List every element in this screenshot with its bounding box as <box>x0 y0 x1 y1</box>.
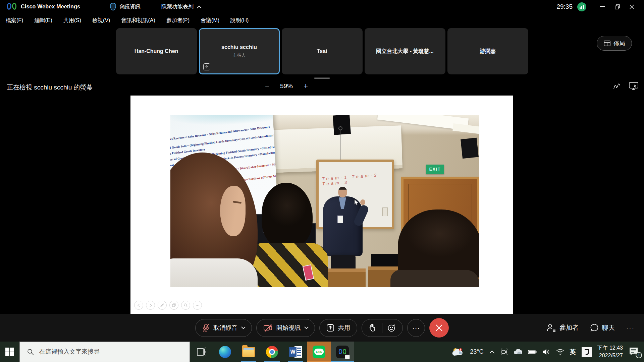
menu-file[interactable]: 檔案(F) <box>6 17 23 24</box>
menu-bar: 檔案(F) 編輯(E) 共用(S) 檢視(V) 音訊和視訊(A) 參加者(P) … <box>0 13 644 27</box>
hide-menubar-label: 隱藏功能表列 <box>161 3 194 10</box>
minimize-button[interactable] <box>595 0 610 13</box>
taskbar-chrome[interactable] <box>260 342 284 362</box>
taskbar-file-explorer[interactable] <box>237 342 260 362</box>
webex-icon <box>336 346 349 358</box>
viewing-screen-status: 正在檢視 scchiu scchiu 的螢幕 <box>7 83 93 92</box>
edge-icon <box>219 346 231 358</box>
speaker-icon[interactable] <box>542 349 550 355</box>
zoom-level[interactable]: 59% <box>280 82 293 90</box>
presenter-badge <box>337 216 343 223</box>
layout-button-label: 佈局 <box>613 40 625 47</box>
battery-icon[interactable] <box>528 350 537 354</box>
taskbar-webex-active[interactable] <box>331 342 354 362</box>
chevron-down-icon[interactable] <box>304 325 309 329</box>
share-screen-icon <box>326 324 334 332</box>
strip-drag-handle[interactable] <box>314 76 330 80</box>
participant-tile-presenter[interactable]: scchiu scchiu 主持人 <box>199 28 280 74</box>
app-title: Cisco Webex Meetings <box>21 4 80 10</box>
wifi-icon[interactable] <box>556 349 564 355</box>
onedrive-icon[interactable] <box>514 349 522 355</box>
chevron-down-icon[interactable] <box>241 325 246 329</box>
more-options-button[interactable]: ··· <box>407 319 425 337</box>
magnifier-button[interactable] <box>181 301 190 310</box>
taskbar-search[interactable] <box>19 342 190 362</box>
start-button[interactable] <box>0 342 19 362</box>
search-input[interactable] <box>39 348 173 355</box>
ime-mode-icon[interactable] <box>582 347 592 357</box>
task-view-icon <box>197 347 207 357</box>
participant-tile[interactable]: Han-Chung Chen <box>116 28 197 74</box>
zoom-in-button[interactable]: + <box>304 83 308 89</box>
temperature-label[interactable]: 23°C <box>470 348 483 355</box>
annotate-icon[interactable] <box>612 82 621 90</box>
raise-hand-button[interactable] <box>363 319 382 337</box>
participant-name: Han-Chung Chen <box>135 48 178 54</box>
presenter-hand <box>360 199 365 205</box>
zoom-out-button[interactable]: − <box>265 83 269 89</box>
camera-in-use-icon[interactable] <box>500 348 508 356</box>
participant-strip: Han-Chung Chen scchiu scchiu 主持人 Tsai 國立… <box>0 28 644 74</box>
reactions-button[interactable] <box>382 319 401 337</box>
webex-window: Cisco Webex Meetings 會議資訊 隱藏功能表列 29:35 <box>0 0 644 362</box>
connection-quality-icon[interactable] <box>577 2 586 11</box>
next-photo-button[interactable] <box>146 301 155 310</box>
whiteboard-handwriting: Team-1 Team-2 Team-3 <box>322 172 393 187</box>
layout-button[interactable]: 佈局 <box>597 36 632 51</box>
date-label: 2022/5/27 <box>597 352 623 359</box>
unmute-button[interactable]: 取消靜音 <box>195 319 252 337</box>
edit-pen-button[interactable] <box>158 301 167 310</box>
taskbar-clock[interactable]: 下午 12:43 2022/5/27 <box>597 344 623 359</box>
time-label: 下午 12:43 <box>597 344 623 352</box>
weather-icon[interactable] <box>451 347 464 357</box>
task-view-button[interactable] <box>190 342 213 362</box>
reactions-group <box>362 319 403 337</box>
ime-language-label[interactable]: 英 <box>570 348 576 356</box>
menu-share[interactable]: 共用(S) <box>63 17 81 24</box>
previous-photo-button[interactable] <box>134 301 143 310</box>
mic-muted-icon <box>202 323 210 332</box>
more-tools-button[interactable] <box>193 301 202 310</box>
leave-meeting-button[interactable] <box>429 318 449 338</box>
taskbar-edge[interactable] <box>213 342 237 362</box>
copy-button[interactable] <box>169 301 178 310</box>
participants-icon <box>547 323 556 332</box>
camera-muted-icon <box>263 324 273 332</box>
participants-panel-button[interactable]: 參加者 <box>547 323 579 332</box>
menu-edit[interactable]: 編輯(E) <box>34 17 52 24</box>
menu-meeting[interactable]: 會議(M) <box>201 17 219 24</box>
taskbar-word[interactable]: W <box>284 342 307 362</box>
photo-viewer-toolbar <box>134 301 202 310</box>
menu-audio-video[interactable]: 音訊和視訊(A) <box>121 17 155 24</box>
start-video-button[interactable]: 開始視訊 <box>256 319 315 337</box>
word-icon: W <box>289 346 302 358</box>
more-panels-button[interactable]: ··· <box>626 324 635 331</box>
menu-participant[interactable]: 參加者(P) <box>166 17 190 24</box>
restore-button[interactable] <box>610 0 625 13</box>
action-center-button[interactable]: 1 <box>629 347 640 357</box>
hide-menubar-toggle[interactable]: 隱藏功能表列 <box>161 3 202 10</box>
share-status-row: 正在檢視 scchiu scchiu 的螢幕 − 59% + <box>0 80 644 95</box>
chat-panel-button[interactable]: 聊天 <box>590 323 615 332</box>
audience-person-left-face <box>220 186 246 236</box>
unmute-label: 取消靜音 <box>213 324 237 332</box>
share-button[interactable]: 共用 <box>319 319 357 337</box>
menu-view[interactable]: 檢視(V) <box>92 17 110 24</box>
audience-person-center-top <box>248 243 328 287</box>
tray-chevron-up-icon[interactable] <box>489 350 495 354</box>
participant-tile[interactable]: Tsai <box>282 28 363 74</box>
participants-label: 參加者 <box>559 323 579 332</box>
meeting-info-shield-icon[interactable] <box>110 3 116 11</box>
meeting-info-label[interactable]: 會議資訊 <box>119 3 141 10</box>
layout-grid-icon <box>604 41 610 46</box>
shared-screen-canvas: Sales Revenue = Sales Revenue − Sales Re… <box>130 96 513 314</box>
participant-tile[interactable]: 游擱嘉 <box>447 28 528 74</box>
menu-help[interactable]: 說明(H) <box>230 17 249 24</box>
close-button[interactable] <box>625 0 639 13</box>
meeting-control-bar: 取消靜音 開始視訊 共用 <box>0 314 644 342</box>
participant-tile[interactable]: 國立台北大學 - 黃瓊慧... <box>365 28 445 74</box>
close-x-icon <box>435 324 443 331</box>
remote-screen-icon[interactable] <box>629 82 639 90</box>
taskbar-line[interactable]: LINE <box>307 342 331 362</box>
chevron-up-icon <box>197 5 202 8</box>
